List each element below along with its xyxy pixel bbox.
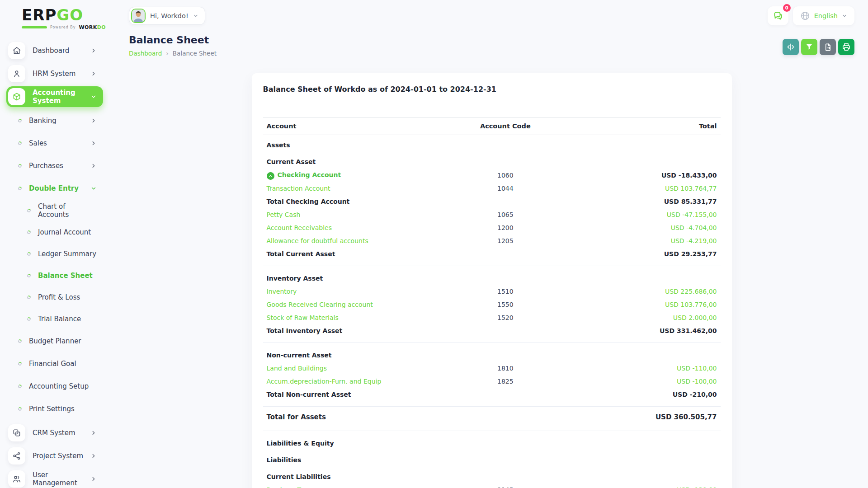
sidebar-item-user-management[interactable]: User Management <box>6 469 103 488</box>
page-head: Balance Sheet Dashboard › Balance Sheet <box>129 34 854 57</box>
table-row: Checking Account1060USD -18.433,00 <box>263 169 721 182</box>
breadcrumb-separator: › <box>166 50 169 57</box>
logo-text: ERPGO <box>22 7 108 23</box>
funnel-icon <box>805 43 813 51</box>
sidebar-item-journal-account[interactable]: Journal Account <box>0 221 108 243</box>
page-head-left: Balance Sheet Dashboard › Balance Sheet <box>129 34 217 57</box>
sidebar-item-purchases[interactable]: Purchases <box>0 155 108 177</box>
language-selector[interactable]: English <box>793 6 854 25</box>
file-export-icon <box>824 43 832 52</box>
bullet-icon <box>18 164 22 168</box>
account-total <box>556 268 720 285</box>
globe-icon <box>800 11 810 21</box>
account-code: 1200 <box>455 221 556 235</box>
report-title: Balance Sheet of Workdo as of 2024-01-01… <box>263 85 721 94</box>
sidebar-item-crm-system[interactable]: CRM System <box>6 422 103 443</box>
bullet-icon <box>18 186 22 191</box>
section-label: Current Asset <box>267 158 316 165</box>
sidebar-item-financial-goal[interactable]: Financial Goal <box>0 352 108 375</box>
section-label: Current Liabilities <box>267 473 331 480</box>
section-label: Assets <box>267 141 290 149</box>
section-label: Liabilities <box>267 456 302 464</box>
account-link[interactable]: Inventory <box>267 288 297 295</box>
account-total: USD 103.764,77 <box>556 182 720 195</box>
print-button[interactable] <box>838 39 854 55</box>
account-total: USD 2.000,00 <box>556 311 720 324</box>
bullet-icon <box>18 141 22 145</box>
account-code <box>455 433 556 450</box>
sidebar-item-accounting-setup[interactable]: Accounting Setup <box>0 375 108 398</box>
bullet-icon <box>18 384 22 389</box>
sidebar-item-dashboard[interactable]: Dashboard <box>6 40 103 61</box>
sidebar-item-ledger-summary[interactable]: Ledger Summary <box>0 243 108 265</box>
account-link[interactable]: Purchase Tax <box>267 486 308 488</box>
account-link[interactable]: Transaction Account <box>267 185 330 192</box>
table-row: Account Receivables1200USD -4.704,00 <box>263 221 721 235</box>
account-code: 1060 <box>455 169 556 182</box>
page-title: Balance Sheet <box>129 34 217 46</box>
table-row: Stock of Raw Materials1520USD 2.000,00 <box>263 311 721 324</box>
chevron-right-icon <box>90 453 97 459</box>
account-total: USD -130,00 <box>556 483 720 488</box>
printer-icon <box>842 42 851 52</box>
account-link[interactable]: Land and Buildings <box>267 365 327 372</box>
app-logo[interactable]: ERPGO Powered By WORKDO <box>0 5 108 30</box>
sidebar-item-trial-balance[interactable]: Trial Balance <box>0 308 108 330</box>
sidebar-item-chart-of-accounts[interactable]: Chart of Accounts <box>0 200 108 221</box>
icon-tile <box>8 470 25 488</box>
table-row: Total Inventory AssetUSD 331.462,00 <box>263 324 721 338</box>
sidebar-item-print-settings[interactable]: Print Settings <box>0 398 108 420</box>
sidebar-item-accounting-system[interactable]: Accounting System <box>6 86 103 107</box>
account-link[interactable]: Accum.depreciation-Furn. and Equip <box>267 378 382 385</box>
export-button[interactable] <box>820 39 836 55</box>
icon-tile <box>8 424 25 441</box>
messages-button[interactable]: 0 <box>768 6 788 25</box>
sidebar-item-balance-sheet[interactable]: Balance Sheet <box>0 265 108 286</box>
chevron-right-icon <box>90 476 97 482</box>
account-total: USD 103.776,00 <box>556 298 720 311</box>
bullet-icon <box>18 407 22 411</box>
table-row: Inventory Asset <box>263 268 721 285</box>
account-code: 1065 <box>455 208 556 221</box>
account-total: USD 360.505,77 <box>556 409 720 426</box>
sidebar-item-project-system[interactable]: Project System <box>6 446 103 466</box>
icon-tile <box>8 447 25 465</box>
section-divider <box>263 401 721 409</box>
account-total: USD -4.219,00 <box>556 235 720 248</box>
avatar <box>131 9 146 23</box>
account-link[interactable]: Stock of Raw Materials <box>267 314 339 321</box>
user-menu-button[interactable]: Hi, Workdo! <box>129 7 205 25</box>
table-row: Purchase Tax2145USD -130,00 <box>263 483 721 488</box>
chevron-right-icon <box>90 117 97 124</box>
table-row: Liabilities <box>263 450 721 467</box>
report-card: Balance Sheet of Workdo as of 2024-01-01… <box>252 73 732 488</box>
account-total: USD -18.433,00 <box>556 169 720 182</box>
account-code: 1044 <box>455 182 556 195</box>
section-divider <box>263 338 721 345</box>
account-link[interactable]: Petty Cash <box>267 211 301 218</box>
sidebar: ERPGO Powered By WORKDO DashboardHRM Sys… <box>0 0 108 488</box>
section-label: Non-current Asset <box>267 352 332 359</box>
breadcrumb-dashboard-link[interactable]: Dashboard <box>129 50 162 57</box>
account-link[interactable]: Allowance for doubtful accounts <box>267 237 368 244</box>
sidebar-item-profit-loss[interactable]: Profit & Loss <box>0 286 108 308</box>
table-row: Allowance for doubtful accounts1205USD -… <box>263 235 721 248</box>
sidebar-item-sales[interactable]: Sales <box>0 132 108 155</box>
balance-sheet-table: Account Account Code Total AssetsCurrent… <box>263 117 721 488</box>
sidebar-item-budget-planner[interactable]: Budget Planner <box>0 330 108 352</box>
account-link[interactable]: Goods Received Clearing account <box>267 301 373 308</box>
account-total <box>556 345 720 362</box>
filter-button[interactable] <box>801 39 817 55</box>
account-link[interactable]: Checking Account <box>278 171 341 178</box>
chevron-down-icon <box>90 94 97 100</box>
logo-underline <box>22 26 47 28</box>
sidebar-item-double-entry[interactable]: Double Entry <box>0 177 108 200</box>
collapse-toggle-icon[interactable] <box>267 172 274 180</box>
account-link[interactable]: Account Receivables <box>267 224 332 231</box>
chevron-down-icon <box>842 13 847 19</box>
section-divider <box>263 261 721 268</box>
total-label: Total for Assets <box>267 413 326 421</box>
sidebar-item-hrm-system[interactable]: HRM System <box>6 63 103 84</box>
column-visibility-button[interactable] <box>783 39 799 55</box>
sidebar-item-banking[interactable]: Banking <box>0 109 108 132</box>
